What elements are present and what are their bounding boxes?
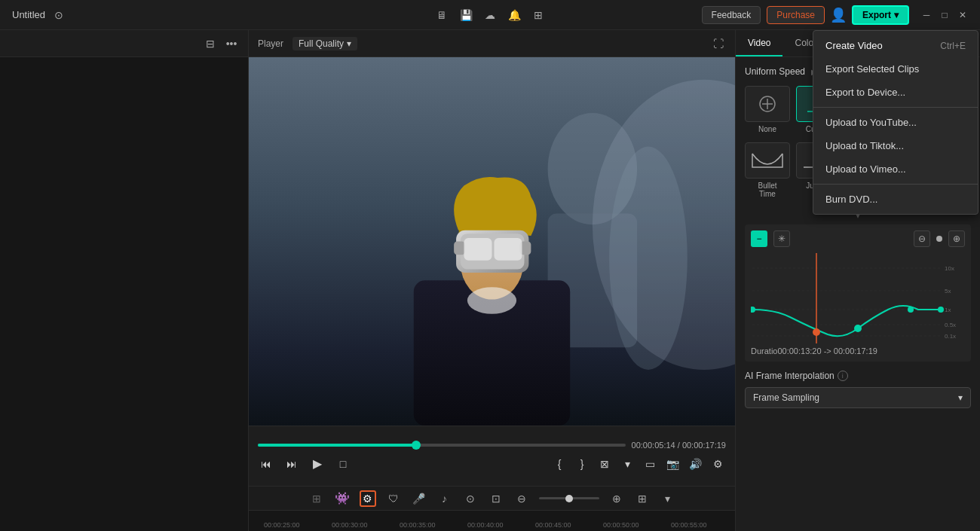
zoom-thumb[interactable] [565, 495, 573, 502]
tl-mic-icon[interactable]: 🎤 [411, 490, 427, 507]
quality-selector[interactable]: Full Quality ▾ [292, 37, 357, 50]
monitor-out-icon[interactable]: ▭ [642, 456, 658, 472]
player-controls: 00:00:05:14 / 00:00:17:19 ⏮ ⏭ ▶ □ { } ⊠ … [249, 426, 735, 486]
curve-snowflake-button[interactable]: ✳ [773, 230, 790, 247]
curve-zoom-in-button[interactable]: ⊕ [948, 230, 965, 247]
stop-icon[interactable]: □ [335, 456, 351, 472]
ai-info-icon[interactable]: i [838, 371, 848, 381]
tl-title-icon[interactable]: ⊡ [488, 490, 504, 507]
export-button[interactable]: Export ▾ [852, 5, 909, 25]
curve-chart[interactable]: 10x 5x 1x 0.5x 0.1x [751, 253, 965, 343]
ai-select-chevron-icon: ▾ [958, 392, 963, 403]
mark-in-icon[interactable]: { [551, 456, 568, 472]
player-header: Player Full Quality ▾ ⛶ [249, 30, 735, 57]
tl-music-icon[interactable]: ♪ [436, 490, 453, 507]
tl-expand-icon[interactable]: ⊞ [308, 490, 325, 507]
left-panel-header: ⊟ ••• [0, 30, 248, 57]
settings-ctrl-icon[interactable]: ⚙ [709, 456, 726, 472]
save-icon[interactable]: 💾 [458, 8, 473, 23]
volume-icon[interactable]: 🔊 [687, 456, 703, 472]
snapshot-icon[interactable]: 📷 [664, 456, 681, 472]
ts-2: 00:00:30:00 [332, 521, 368, 529]
step-forward-icon[interactable]: ⏭ [283, 456, 300, 472]
zoom-track[interactable] [539, 497, 599, 499]
insert-icon[interactable]: ⊠ [596, 456, 613, 472]
export-device-item[interactable]: Export to Device... [813, 81, 978, 104]
play-icon[interactable]: ▶ [309, 456, 326, 472]
curve-svg: 10x 5x 1x 0.5x 0.1x [751, 253, 965, 343]
burn-dvd-item[interactable]: Burn DVD... [813, 188, 978, 211]
ai-section: AI Frame Interpolation i Frame Sampling … [745, 371, 971, 408]
ts-3: 00:00:35:00 [400, 521, 436, 529]
window-controls: ─ □ ✕ [921, 10, 968, 20]
svg-point-33 [813, 328, 820, 336]
fullscreen-icon[interactable]: ⛶ [711, 36, 726, 51]
left-panel: ⊟ ••• [0, 30, 249, 531]
create-video-shortcut: Ctrl+E [940, 41, 966, 51]
easing-bullet-time[interactable]: BulletTime [745, 142, 790, 198]
tl-grid-icon[interactable]: ⊞ [634, 490, 651, 507]
tab-video[interactable]: Video [736, 30, 782, 56]
curve-editor: − ✳ ⊖ ⊕ [745, 224, 971, 362]
progress-track[interactable] [258, 444, 626, 447]
video-preview [249, 57, 735, 426]
titlebar-center-icons: 🖥 💾 ☁ 🔔 ⊞ [434, 8, 546, 23]
progress-thumb[interactable] [412, 441, 421, 450]
curve-zoom-out-button[interactable]: ⊖ [914, 230, 930, 247]
minimize-button[interactable]: ─ [921, 10, 932, 20]
bell-icon[interactable]: 🔔 [507, 8, 522, 23]
export-selected-item[interactable]: Export Selected Clips [813, 57, 978, 81]
ts-4: 00:00:40:00 [467, 521, 504, 529]
video-scene-svg [249, 57, 735, 426]
curve-dot [936, 236, 942, 242]
speed-none-label: None [758, 125, 776, 133]
upload-youtube-item[interactable]: Upload to YouTube... [813, 111, 978, 134]
curve-toolbar: − ✳ ⊖ ⊕ [751, 230, 965, 247]
document-title: Untitled [12, 9, 45, 20]
tl-zoom-out-icon[interactable]: ⊖ [513, 490, 530, 507]
upload-tiktok-item[interactable]: Upload to Tiktok... [813, 134, 978, 157]
playback-controls: ⏮ ⏭ ▶ □ [258, 456, 351, 472]
tl-more-icon[interactable]: ▾ [660, 490, 676, 507]
menu-divider-2 [813, 184, 978, 185]
ai-select-value: Frame Sampling [753, 392, 819, 403]
monitor-icon[interactable]: 🖥 [434, 8, 449, 23]
svg-rect-10 [464, 238, 492, 261]
account-icon[interactable]: 👤 [831, 8, 846, 23]
mark-out-icon[interactable]: } [574, 456, 590, 472]
upload-vimeo-item[interactable]: Upload to Vimeo... [813, 157, 978, 181]
create-video-item[interactable]: Create Video Ctrl+E [813, 34, 978, 57]
grid-icon[interactable]: ⊞ [531, 8, 546, 23]
purchase-button[interactable]: Purchase [767, 6, 825, 24]
ai-section-label: AI Frame Interpolation i [745, 371, 971, 381]
svg-text:0.1x: 0.1x [945, 333, 956, 340]
tl-alien-icon[interactable]: 👾 [334, 490, 351, 507]
more-options-icon[interactable]: ••• [224, 36, 239, 51]
svg-point-31 [908, 307, 914, 313]
filter-icon[interactable]: ⊟ [203, 36, 218, 51]
timeline-ruler: 00:00:25:00 00:00:30:00 00:00:35:00 00:0… [249, 511, 735, 531]
time-display: 00:00:05:14 / 00:00:17:19 [632, 441, 726, 450]
tl-shield-icon[interactable]: 🛡 [385, 490, 402, 507]
ai-select-dropdown[interactable]: Frame Sampling ▾ [745, 387, 971, 408]
skip-back-icon[interactable]: ⏮ [258, 456, 274, 472]
svg-text:5x: 5x [945, 288, 951, 294]
tl-gear-icon[interactable]: ⚙ [360, 490, 376, 507]
cloud-icon[interactable]: ☁ [482, 8, 498, 23]
export-device-label: Export to Device... [825, 87, 905, 98]
feedback-button[interactable]: Feedback [702, 6, 761, 24]
player-header-left: Player Full Quality ▾ [258, 37, 357, 50]
curve-minus-button[interactable]: − [751, 230, 767, 247]
speed-option-none[interactable]: None [745, 86, 790, 133]
svg-point-12 [467, 287, 516, 314]
chevron-down-ctrl-icon[interactable]: ▾ [619, 456, 635, 472]
maximize-button[interactable]: □ [939, 10, 950, 20]
duration-text: Duratio00:00:13:20 -> 00:00:17:19 [751, 346, 965, 356]
tl-sticker-icon[interactable]: ⊙ [462, 490, 479, 507]
close-button[interactable]: ✕ [957, 10, 968, 20]
progress-fill [258, 444, 416, 447]
tl-zoom-in-icon[interactable]: ⊕ [608, 490, 625, 507]
document-status-icon: ⊙ [51, 8, 66, 23]
ai-label-text: AI Frame Interpolation [745, 371, 835, 381]
upload-tiktok-label: Upload to Tiktok... [825, 140, 904, 151]
